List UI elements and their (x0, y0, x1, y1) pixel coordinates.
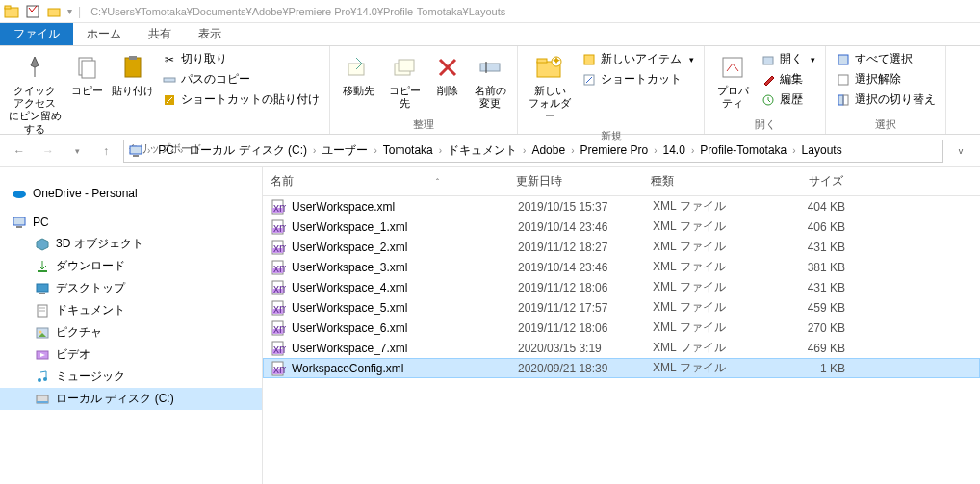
file-type: XML ファイル (653, 198, 768, 215)
file-row[interactable]: xmlUserWorkspace_2.xml2019/11/12 18:27XM… (263, 237, 980, 257)
rename-button[interactable]: 名前の 変更 (469, 48, 511, 114)
sidebar-item[interactable]: 3D オブジェクト (0, 233, 262, 255)
tab-share[interactable]: 共有 (135, 23, 185, 45)
breadcrumb[interactable]: › PC›ローカル ディスク (C:)›ユーザー›Tomotaka›ドキュメント… (123, 140, 943, 163)
properties-icon (717, 52, 748, 83)
breadcrumb-segment[interactable]: 14.0 (659, 141, 689, 159)
paste-button[interactable]: 貼り付け (110, 48, 156, 101)
qat-dropdown-icon[interactable]: ▾ (67, 6, 72, 16)
delete-button[interactable]: 削除 (428, 48, 467, 101)
copy-label: コピー (71, 85, 103, 97)
qat-folder-icon[interactable] (46, 4, 62, 19)
svg-rect-22 (763, 57, 773, 64)
sidebar-item-local-disk[interactable]: ローカル ディスク (C:) (0, 388, 262, 410)
breadcrumb-segment[interactable]: PC (154, 141, 178, 159)
pin-quick-access-button[interactable]: クイック アクセス にピン留めする (6, 48, 64, 140)
nav-recent-dropdown[interactable]: ▾ (65, 140, 89, 163)
chevron-right-icon[interactable]: › (652, 145, 658, 156)
file-list[interactable]: 名前ˆ 更新日時 種類 サイズ xmlUserWorkspace.xml2019… (263, 167, 980, 484)
open-button[interactable]: 開く▾ (757, 50, 819, 68)
svg-text:xml: xml (273, 343, 286, 356)
file-row[interactable]: xmlUserWorkspace_1.xml2019/10/14 23:46XM… (263, 217, 980, 237)
sidebar-item[interactable]: ドキュメント (0, 299, 262, 321)
file-name: WorkspaceConfig.xml (292, 362, 518, 375)
file-row[interactable]: xmlUserWorkspace_5.xml2019/11/12 17:57XM… (263, 297, 980, 318)
select-none-button[interactable]: 選択解除 (832, 70, 940, 89)
svg-point-42 (38, 378, 41, 382)
nav-up-button[interactable]: ↑ (94, 140, 117, 163)
file-size: 1 KB (768, 362, 845, 375)
cut-button[interactable]: ✂切り取り (158, 50, 323, 68)
column-size[interactable]: サイズ (766, 173, 843, 190)
invert-selection-button[interactable]: 選択の切り替え (832, 90, 940, 109)
file-size: 431 KB (768, 281, 845, 294)
file-name: UserWorkspace.xml (292, 200, 518, 214)
history-button[interactable]: 履歴 (757, 90, 819, 109)
qat-save-icon[interactable] (25, 4, 40, 19)
svg-rect-35 (39, 293, 45, 294)
tab-view[interactable]: 表示 (185, 23, 235, 45)
svg-rect-45 (37, 401, 48, 403)
edit-button[interactable]: 編集 (757, 70, 819, 89)
file-size: 270 KB (768, 321, 845, 335)
file-row[interactable]: xmlUserWorkspace.xml2019/10/15 15:37XML … (263, 196, 980, 217)
breadcrumb-segment[interactable]: ローカル ディスク (C:) (185, 141, 311, 159)
new-item-button[interactable]: 新しいアイテム▾ (578, 50, 698, 68)
delete-icon (432, 52, 463, 83)
sidebar-item[interactable]: デスクトップ (0, 277, 262, 299)
breadcrumb-segment[interactable]: ドキュメント (444, 141, 521, 159)
xml-file-icon: xml (271, 280, 286, 295)
file-row[interactable]: xmlUserWorkspace_7.xml2020/03/15 3:19XML… (263, 338, 980, 358)
breadcrumb-segment[interactable]: Layouts (798, 141, 846, 159)
column-type[interactable]: 種類 (651, 173, 766, 190)
column-headers[interactable]: 名前ˆ 更新日時 種類 サイズ (263, 167, 980, 196)
file-row[interactable]: xmlUserWorkspace_6.xml2019/11/12 18:06XM… (263, 318, 980, 338)
tab-file[interactable]: ファイル (0, 23, 73, 45)
chevron-right-icon[interactable]: › (145, 145, 152, 156)
new-folder-button[interactable]: ✦新しい フォルダー (524, 48, 576, 127)
sidebar-item[interactable]: ミュージック (0, 366, 262, 388)
column-name[interactable]: 名前 (271, 173, 294, 190)
move-to-button[interactable]: 移動先 (336, 48, 380, 101)
svg-rect-3 (48, 9, 60, 16)
xml-file-icon: xml (271, 320, 286, 336)
breadcrumb-segment[interactable]: ユーザー (318, 141, 372, 159)
sidebar-item[interactable]: ピクチャ (0, 321, 262, 344)
nav-pane[interactable]: OneDrive - Personal PC 3D オブジェクトダウンロードデス… (0, 167, 263, 484)
copy-to-button[interactable]: コピー先 (382, 48, 426, 114)
new-shortcut-button[interactable]: ショートカット (578, 70, 698, 89)
file-row[interactable]: xmlUserWorkspace_3.xml2019/10/14 23:46XM… (263, 257, 980, 277)
svg-rect-27 (843, 95, 848, 105)
column-date[interactable]: 更新日時 (516, 173, 651, 190)
sidebar-item[interactable]: ダウンロード (0, 255, 262, 277)
paste-shortcut-button[interactable]: ショートカットの貼り付け (158, 90, 323, 109)
properties-button[interactable]: プロパ ティ (710, 48, 755, 114)
chevron-right-icon[interactable]: › (372, 145, 378, 156)
sidebar-item-label: 3D オブジェクト (56, 236, 143, 252)
file-row[interactable]: xmlWorkspaceConfig.xml2020/09/21 18:39XM… (263, 358, 980, 378)
svg-rect-26 (838, 95, 843, 105)
breadcrumb-segment[interactable]: Adobe (528, 141, 569, 159)
select-all-button[interactable]: すべて選択 (832, 50, 940, 68)
chevron-right-icon[interactable]: › (790, 145, 797, 156)
select-all-icon (836, 52, 851, 67)
copy-path-button[interactable]: パスのコピー (158, 70, 323, 89)
nav-forward-button[interactable]: → (37, 140, 60, 163)
sidebar-item[interactable]: ビデオ (0, 344, 262, 366)
tab-home[interactable]: ホーム (73, 23, 135, 45)
breadcrumb-segment[interactable]: Profile-Tomotaka (696, 141, 790, 159)
svg-text:xml: xml (273, 221, 286, 235)
sidebar-item-label: デスクトップ (56, 280, 125, 296)
chevron-right-icon[interactable]: › (437, 145, 444, 156)
breadcrumb-segment[interactable]: Tomotaka (379, 141, 437, 159)
sidebar-item-pc[interactable]: PC (0, 212, 262, 233)
breadcrumb-segment[interactable]: Premiere Pro (576, 141, 652, 159)
nav-back-button[interactable]: ← (8, 140, 31, 163)
sidebar-item-onedrive[interactable]: OneDrive - Personal (0, 183, 262, 204)
breadcrumb-dropdown[interactable]: v (949, 140, 972, 163)
svg-rect-33 (38, 270, 47, 272)
copy-button[interactable]: コピー (65, 48, 108, 101)
sidebar-item-label: ドキュメント (56, 302, 125, 318)
sidebar-item-label: ピクチャ (56, 324, 102, 341)
file-row[interactable]: xmlUserWorkspace_4.xml2019/11/12 18:06XM… (263, 277, 980, 297)
